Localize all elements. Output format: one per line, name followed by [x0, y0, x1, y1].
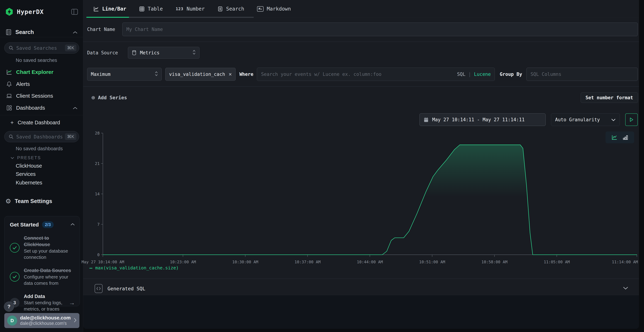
tab-table[interactable]: Table [139, 6, 163, 12]
saved-dashboards-placeholder: Saved Dashboards [16, 134, 62, 140]
calendar-icon [424, 117, 428, 122]
chevron-up-icon [73, 29, 78, 36]
saved-dashboards-input[interactable]: Saved Dashboards ⌘K [4, 131, 79, 142]
sql-mode-button[interactable]: SQL [457, 72, 466, 77]
laptop-icon [6, 93, 12, 99]
chart-name-input[interactable]: My Chart Name [122, 22, 638, 36]
sidebar-item-label: Dashboards [16, 105, 45, 111]
tab-line-bar[interactable]: Line/Bar [93, 6, 126, 12]
close-icon[interactable]: × [228, 72, 232, 77]
sidebar-section-search-label: Search [16, 29, 34, 36]
user-menu[interactable]: D dale@clickhouse.com dale@clickhouse.co… [4, 313, 80, 328]
play-icon [630, 117, 634, 122]
avatar: D [7, 316, 17, 326]
svg-text:11:05:00 AM: 11:05:00 AM [544, 260, 570, 264]
saved-searches-placeholder: Saved Searches [16, 45, 62, 51]
tab-search[interactable]: Search [218, 6, 244, 12]
data-source-select[interactable]: Metrics [128, 47, 200, 59]
tab-label: Number [186, 6, 205, 12]
number-123-icon: 123 [176, 6, 183, 11]
get-started-step-datasources[interactable]: Create Data Sources Configure where your… [10, 267, 75, 286]
step-title: Create Data Sources [24, 267, 75, 274]
lucene-mode-button[interactable]: Lucene [474, 72, 491, 77]
plus-circle-icon: ⊕ [92, 94, 95, 100]
tab-label: Markdown [267, 6, 291, 12]
sidebar-item-chart-explorer[interactable]: Chart Explorer [0, 67, 83, 77]
generated-sql-label: Generated SQL [108, 286, 145, 292]
hyperdx-logo-icon [5, 8, 14, 16]
chart-plot-area[interactable]: 07142128May 27 10:14:00 AM10:23:00 AM10:… [83, 131, 639, 267]
create-dashboard-button[interactable]: + Create Dashboard [0, 117, 83, 128]
step-title: Connect to ClickHouse [24, 235, 75, 248]
svg-text:14: 14 [95, 192, 100, 196]
chart-svg: 07142128May 27 10:14:00 AM10:23:00 AM10:… [83, 131, 639, 267]
svg-text:21: 21 [95, 161, 100, 166]
table-icon [139, 6, 144, 12]
saved-searches-input[interactable]: Saved Searches ⌘K [4, 42, 79, 54]
sidebar-item-team-settings[interactable]: ⚙ Team Settings [0, 196, 83, 206]
set-number-format-button[interactable]: Set number format [581, 92, 638, 103]
chevron-down-icon [10, 155, 14, 160]
svg-text:0: 0 [97, 252, 100, 257]
sidebar-item-label: Chart Explorer [16, 69, 53, 75]
user-subtitle: dale@clickhouse.com's [20, 321, 71, 326]
dashboards-icon [6, 105, 12, 111]
sidebar-item-alerts[interactable]: Alerts [0, 79, 83, 89]
add-series-label: Add Series [98, 95, 127, 100]
sidebar-divider [0, 37, 83, 37]
preset-clickhouse[interactable]: ClickHouse [16, 162, 42, 170]
sidebar-collapse-icon[interactable] [71, 8, 78, 16]
presets-toggle[interactable]: PRESETS [10, 154, 41, 161]
where-label: Where [239, 72, 253, 77]
markdown-icon: M↓ [257, 6, 264, 12]
add-series-button[interactable]: ⊕ Add Series [92, 92, 127, 103]
get-started-step-connect[interactable]: Connect to ClickHouse Set up your databa… [10, 235, 75, 260]
arrow-right-icon: → [69, 299, 75, 306]
legend-series-swatch: — [90, 265, 92, 271]
help-button[interactable]: ? [4, 302, 14, 312]
shortcut-badge: ⌘K [65, 44, 76, 51]
database-icon [132, 50, 137, 56]
get-started-title: Get Started [10, 222, 39, 228]
tab-label: Search [226, 6, 244, 12]
get-started-step-add-data[interactable]: 3 Add Data Start sending logs, metrics, … [10, 293, 75, 312]
no-saved-searches-text: No saved searches [16, 58, 57, 63]
check-circle-icon [10, 272, 20, 282]
chart-name-placeholder: My Chart Name [126, 27, 163, 32]
sidebar-item-label: Client Sessions [16, 93, 53, 99]
group-by-input[interactable]: SQL Columns [526, 68, 638, 81]
journal-icon [5, 29, 12, 36]
sidebar-section-search[interactable]: Search [0, 27, 83, 37]
get-started-progress-badge: 2/3 [42, 221, 54, 228]
svg-text:10:58:00 AM: 10:58:00 AM [482, 260, 508, 264]
logo-row: HyperDX [5, 6, 78, 17]
chart-legend[interactable]: — max(visa_validation_cache.size) [90, 265, 179, 271]
tab-number[interactable]: 123 Number [176, 6, 205, 12]
svg-text:10:23:00 AM: 10:23:00 AM [170, 260, 196, 264]
aggregation-select[interactable]: Maximum [87, 68, 162, 81]
group-by-placeholder: SQL Columns [530, 72, 561, 77]
tab-markdown[interactable]: M↓ Markdown [257, 6, 291, 12]
where-input[interactable]: Search your events w/ Lucene ex. column:… [257, 68, 495, 81]
document-list-icon [218, 6, 223, 12]
line-chart-icon [93, 6, 99, 12]
get-started-header[interactable]: Get Started 2/3 [10, 221, 75, 228]
generated-sql-toggle[interactable]: Generated SQL [83, 282, 639, 295]
chart-name-row: Chart Name My Chart Name [87, 22, 638, 36]
chart-type-tabs: Line/Bar Table 123 Number [83, 0, 639, 18]
sidebar-item-client-sessions[interactable]: Client Sessions [0, 91, 83, 101]
svg-text:10:37:00 AM: 10:37:00 AM [294, 260, 320, 264]
metric-tag[interactable]: visa_validation_cach × [165, 68, 236, 81]
preset-services[interactable]: Services [16, 170, 36, 178]
run-query-button[interactable] [625, 114, 638, 126]
gear-icon: ⚙ [5, 198, 11, 204]
set-number-format-label: Set number format [586, 95, 633, 100]
time-range-picker[interactable]: May 27 10:14:11 - May 27 11:14:11 [420, 114, 546, 126]
active-tab-indicator [86, 17, 129, 18]
chevron-up-icon [70, 223, 75, 226]
granularity-select[interactable]: Auto Granularity [551, 114, 620, 126]
preset-kubernetes[interactable]: Kubernetes [16, 179, 42, 186]
sidebar: HyperDX Search Sav [0, 0, 83, 332]
sidebar-item-dashboards[interactable]: Dashboards [0, 103, 83, 113]
hyperdx-app: HyperDX Search Sav [0, 0, 644, 332]
